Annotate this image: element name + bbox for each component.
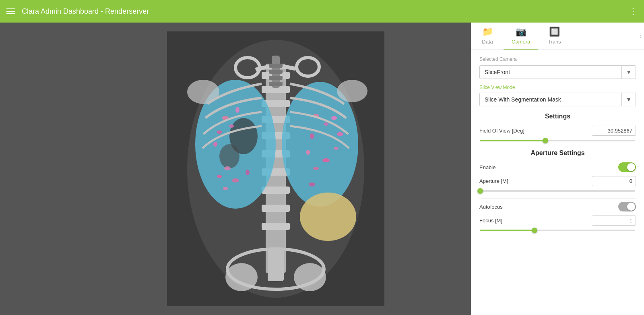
svg-point-32 [337,132,343,136]
svg-rect-45 [268,249,284,281]
right-panel: 📁 Data 📷 Camera 🔲 Trans › Selected Camer… [471,23,644,315]
enable-toggle[interactable] [618,162,636,172]
divider [479,198,636,199]
slice-view-mode-label: Slice View Mode [479,85,636,90]
field-of-view-row: Field Of View [Deg] [479,126,636,136]
aperture-slider[interactable] [479,190,636,192]
svg-rect-49 [269,76,283,80]
svg-point-41 [337,80,367,102]
tab-data[interactable]: 📁 Data [471,23,504,50]
tabs: 📁 Data 📷 Camera 🔲 Trans › [471,23,644,50]
tabs-expand-icon[interactable]: › [637,29,644,44]
svg-point-37 [309,182,315,187]
focus-slider-thumb[interactable] [532,228,537,233]
svg-point-27 [246,170,250,175]
focus-label: Focus [M] [479,218,502,224]
field-of-view-slider[interactable] [479,140,636,141]
svg-point-31 [310,133,314,139]
svg-point-43 [225,263,258,291]
aperture-row: Aperture [M] [479,176,636,186]
slice-view-mode-dropdown[interactable]: Slice With Segmentation Mask ▼ [479,93,636,106]
svg-rect-47 [269,64,283,68]
fov-slider-track [480,140,635,141]
autofocus-row: Autofocus [479,202,636,211]
selected-camera-value: SliceFront [480,66,621,79]
focus-slider-fill [480,230,535,231]
tab-trans-label: Trans [548,39,561,45]
camera-icon: 📷 [516,27,526,37]
focus-input[interactable] [592,216,636,226]
more-options-icon[interactable]: ⋮ [629,6,638,17]
autofocus-toggle[interactable] [618,202,636,211]
panel-content: Selected Camera SliceFront ▼ Slice View … [471,50,644,315]
svg-rect-12 [262,223,290,230]
header: Clara Admin Dashboard - Renderserver ⋮ [0,0,644,23]
tab-camera-label: Camera [512,39,530,45]
fov-slider-thumb[interactable] [543,138,548,143]
svg-point-26 [223,187,228,190]
svg-point-36 [306,150,310,155]
main-content: 📁 Data 📷 Camera 🔲 Trans › Selected Camer… [0,23,644,315]
svg-point-44 [294,263,326,291]
aperture-label: Aperture [M] [479,178,508,184]
data-icon: 📁 [482,27,493,37]
aperture-slider-thumb[interactable] [477,188,483,194]
selected-camera-arrow-icon[interactable]: ▼ [621,66,636,79]
autofocus-label: Autofocus [479,204,503,210]
selected-camera-dropdown[interactable]: SliceFront ▼ [479,65,636,79]
slice-view-mode-value: Slice With Segmentation Mask [480,93,621,106]
svg-point-20 [235,107,239,113]
field-of-view-label: Field Of View [Deg] [479,128,524,134]
svg-point-33 [334,147,339,150]
svg-point-19 [229,124,234,128]
svg-point-21 [217,131,222,134]
svg-point-35 [313,167,319,170]
ct-viewport[interactable] [0,23,471,315]
svg-rect-48 [269,70,283,74]
settings-title: Settings [479,113,636,120]
svg-point-25 [232,178,239,182]
enable-row: Enable [479,162,636,172]
svg-point-17 [219,144,239,168]
svg-point-15 [300,193,356,241]
enable-toggle-knob [627,163,635,171]
svg-point-22 [213,142,217,147]
fov-slider-fill [480,140,545,141]
header-left: Clara Admin Dashboard - Renderserver [6,7,149,16]
svg-rect-10 [262,187,290,194]
hamburger-icon[interactable] [6,8,15,14]
autofocus-toggle-knob [627,203,635,211]
trans-icon: 🔲 [549,27,560,37]
slice-view-mode-arrow-icon[interactable]: ▼ [621,93,636,106]
svg-point-34 [322,158,330,162]
aperture-input[interactable] [592,176,636,186]
tab-data-label: Data [482,39,493,45]
svg-rect-11 [262,205,290,212]
svg-point-23 [224,166,231,170]
svg-point-29 [324,122,328,126]
tab-camera[interactable]: 📷 Camera [504,23,538,50]
focus-slider[interactable] [479,230,636,231]
ct-scan-image [167,31,384,306]
svg-rect-50 [269,82,283,86]
enable-label: Enable [479,164,495,170]
selected-camera-label: Selected Camera [479,56,636,62]
app-title: Clara Admin Dashboard - Renderserver [22,7,149,16]
aperture-slider-track [480,190,635,192]
svg-point-30 [331,116,337,120]
field-of-view-input[interactable] [592,126,636,136]
focus-row: Focus [M] [479,216,636,226]
focus-slider-track [480,230,635,231]
aperture-settings-title: Aperture Settings [479,149,636,157]
tab-trans[interactable]: 🔲 Trans [538,23,570,50]
svg-point-24 [217,175,222,178]
